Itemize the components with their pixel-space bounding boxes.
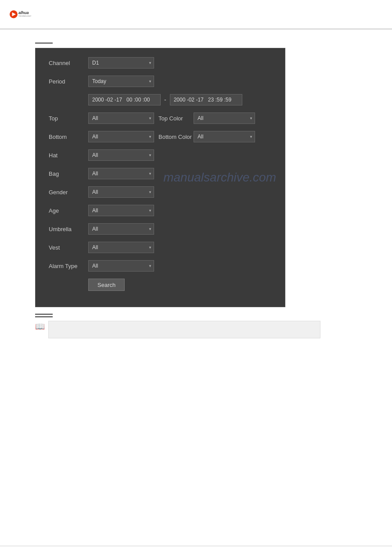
vest-label: Vest <box>49 244 88 251</box>
bottom-select-wrapper[interactable]: All <box>88 131 154 142</box>
datetime-separator: - <box>164 96 166 103</box>
hat-row: Hat All <box>49 149 272 161</box>
datetime-row: - <box>49 94 272 105</box>
logo-container: alhua TECHNOLOGY <box>9 4 35 24</box>
main-content: manualsarchive.com Channel D1 D2 D3 D4 P… <box>0 29 392 352</box>
search-button[interactable]: Search <box>88 279 125 291</box>
footer-line <box>0 546 392 546</box>
top-select[interactable]: All <box>88 112 154 124</box>
bottom-row: Bottom All Bottom Color All <box>49 131 272 142</box>
channel-select-wrapper[interactable]: D1 D2 D3 D4 <box>88 57 154 69</box>
vest-select-wrapper[interactable]: All <box>88 242 154 253</box>
top-color-label: Top Color <box>158 115 194 122</box>
channel-select[interactable]: D1 D2 D3 D4 <box>88 57 154 69</box>
period-label: Period <box>49 78 88 85</box>
svg-text:alhua: alhua <box>18 11 29 15</box>
search-row: Search <box>49 279 272 291</box>
top-select-wrapper[interactable]: All <box>88 112 154 124</box>
channel-row: Channel D1 D2 D3 D4 <box>49 57 272 69</box>
top-row: Top All Top Color All <box>49 112 272 124</box>
umbrella-select[interactable]: All <box>88 223 154 235</box>
age-row: Age All <box>49 205 272 216</box>
umbrella-label: Umbrella <box>49 226 88 232</box>
datetime-start-input[interactable] <box>88 94 161 105</box>
gender-row: Gender All Male Female <box>49 186 272 198</box>
header: alhua TECHNOLOGY <box>0 0 392 29</box>
top-dividers <box>35 43 357 44</box>
bottom-color-label: Bottom Color <box>158 134 194 140</box>
bottom-color-col: Bottom Color All <box>158 131 255 142</box>
bag-label: Bag <box>49 170 88 177</box>
top-col: Top All <box>49 112 154 124</box>
note-box <box>48 321 320 338</box>
age-select-wrapper[interactable]: All <box>88 205 154 216</box>
hat-select-wrapper[interactable]: All <box>88 149 154 161</box>
channel-label: Channel <box>49 60 88 66</box>
bag-select[interactable]: All <box>88 168 154 179</box>
bottom-select[interactable]: All <box>88 131 154 142</box>
bottom-col: Bottom All <box>49 131 154 142</box>
top-color-select-wrapper[interactable]: All <box>194 112 255 124</box>
period-row: Period Today Yesterday This Week Custom <box>49 76 272 87</box>
bag-select-wrapper[interactable]: All <box>88 168 154 179</box>
gender-select-wrapper[interactable]: All Male Female <box>88 186 154 198</box>
top-color-select[interactable]: All <box>194 112 255 124</box>
note-icon-row: 📖 <box>35 321 357 338</box>
book-icon: 📖 <box>35 322 45 331</box>
top-label: Top <box>49 115 88 122</box>
dahua-logo: alhua TECHNOLOGY <box>9 4 35 24</box>
hat-label: Hat <box>49 152 88 159</box>
age-label: Age <box>49 207 88 214</box>
umbrella-row: Umbrella All <box>49 223 272 235</box>
vest-row: Vest All <box>49 242 272 253</box>
datetime-end-input[interactable] <box>170 94 242 105</box>
note-section: 📖 <box>35 314 357 338</box>
bottom-label: Bottom <box>49 134 88 140</box>
vest-select[interactable]: All <box>88 242 154 253</box>
svg-text:TECHNOLOGY: TECHNOLOGY <box>18 15 32 17</box>
divider-3 <box>35 316 53 317</box>
bag-row: Bag All <box>49 168 272 179</box>
gender-select[interactable]: All Male Female <box>88 186 154 198</box>
alarm-type-select-wrapper[interactable]: All <box>88 260 154 272</box>
divider-1 <box>35 43 53 44</box>
bottom-color-select[interactable]: All <box>194 131 255 142</box>
period-select-wrapper[interactable]: Today Yesterday This Week Custom <box>88 76 154 87</box>
alarm-type-row: Alarm Type All <box>49 260 272 272</box>
divider-2 <box>35 314 53 315</box>
alarm-type-select[interactable]: All <box>88 260 154 272</box>
bottom-color-select-wrapper[interactable]: All <box>194 131 255 142</box>
search-form-panel: manualsarchive.com Channel D1 D2 D3 D4 P… <box>35 48 285 307</box>
umbrella-select-wrapper[interactable]: All <box>88 223 154 235</box>
top-color-col: Top Color All <box>158 112 255 124</box>
hat-select[interactable]: All <box>88 149 154 161</box>
age-select[interactable]: All <box>88 205 154 216</box>
bottom-dividers <box>35 314 357 317</box>
period-select[interactable]: Today Yesterday This Week Custom <box>88 76 154 87</box>
gender-label: Gender <box>49 189 88 196</box>
alarm-type-label: Alarm Type <box>49 263 88 269</box>
